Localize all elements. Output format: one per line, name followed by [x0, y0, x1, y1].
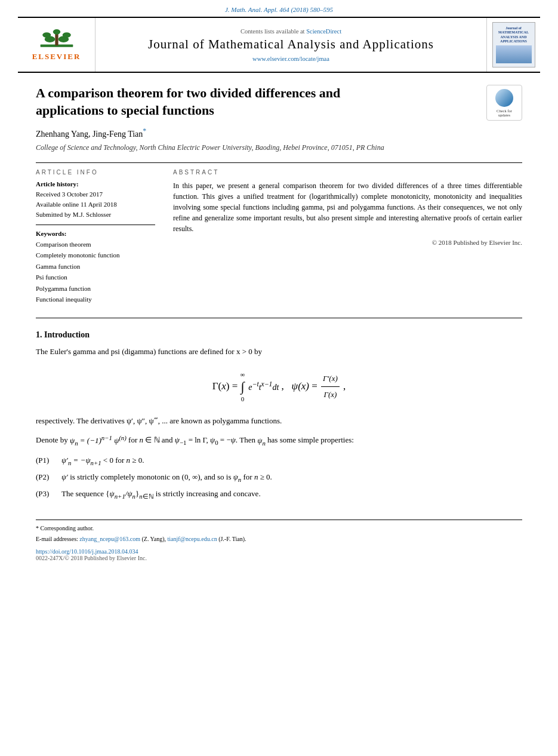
- elsevier-logo: ELSEVIER: [30, 29, 84, 62]
- article-title: A comparison theorem for two divided dif…: [36, 85, 340, 119]
- property-p3: (P3) The sequence {ψn+1/ψn}n∈ℕ is strict…: [36, 487, 522, 502]
- email-label: E-mail addresses:: [36, 536, 78, 542]
- integrand: e−ttx−1dt: [248, 377, 279, 396]
- cover-title-text: Journal ofMATHEMATICALANALYSIS ANDAPPLIC…: [498, 26, 529, 44]
- intro-para1: The Euler's gamma and psi (digamma) func…: [36, 346, 522, 358]
- p3-text: The sequence {ψn+1/ψn}n∈ℕ is strictly in…: [61, 487, 261, 502]
- title-row: A comparison theorem for two divided dif…: [36, 85, 522, 127]
- email2-link[interactable]: tianjf@ncepu.edu.cn: [168, 536, 217, 542]
- psi-fraction: Γ′(x) Γ(x): [321, 371, 340, 402]
- main-content: A comparison theorem for two divided dif…: [0, 73, 558, 573]
- gamma-psi-equation: Γ(x) = ∞ ∫ 0 e−ttx−1dt , ψ(x) = Γ′(x) Γ(…: [36, 368, 522, 406]
- keyword-3: Psi function: [36, 272, 155, 282]
- journal-cover-section: Journal ofMATHEMATICALANALYSIS ANDAPPLIC…: [486, 18, 540, 72]
- abstract-copyright: © 2018 Published by Elsevier Inc.: [173, 239, 522, 246]
- svg-point-6: [53, 29, 60, 34]
- doi-line: https://doi.org/10.1016/j.jmaa.2018.04.0…: [36, 548, 522, 555]
- keyword-0: Comparison theorem: [36, 239, 155, 250]
- psi-numerator: Γ′(x): [321, 371, 340, 387]
- section-number: 1.: [36, 330, 42, 339]
- elsevier-tree-icon: [38, 29, 75, 51]
- intro-para3: Denote by ψn = (−1)n−1 ψ(n) for n ∈ ℕ an…: [36, 432, 522, 448]
- intro-section-title: 1. Introduction: [36, 330, 522, 340]
- article-info-abstract: ARTICLE INFO Article history: Received 3…: [36, 169, 522, 306]
- property-p1: (P1) ψ′n = −ψn+1 < 0 for n ≥ 0.: [36, 454, 522, 468]
- section-divider: [36, 318, 522, 318]
- property-p2: (P2) ψ′ is strictly completely monotonic…: [36, 471, 522, 485]
- email1-link[interactable]: zhyang_ncepu@163.com: [79, 536, 140, 542]
- properties-list: (P1) ψ′n = −ψn+1 < 0 for n ≥ 0. (P2) ψ′ …: [36, 454, 522, 502]
- main-divider: [36, 162, 522, 163]
- journal-url-text: www.elsevier.com/locate/jmaa: [252, 56, 329, 62]
- check-for-updates-badge[interactable]: Check forupdates: [486, 85, 522, 121]
- contents-line: Contents lists available at ScienceDirec…: [241, 28, 341, 35]
- doi-link[interactable]: https://doi.org/10.1016/j.jmaa.2018.04.0…: [36, 548, 138, 555]
- history-item-2: Submitted by M.J. Schlosser: [36, 210, 155, 219]
- keyword-5: Functional inequality: [36, 294, 155, 305]
- journal-ref-text: J. Math. Anal. Appl. 464 (2018) 580–595: [225, 6, 333, 13]
- psi-def: ψ(x): [292, 380, 309, 391]
- svg-rect-1: [55, 33, 58, 45]
- issn-line: 0022-247X/© 2018 Published by Elsevier I…: [36, 555, 522, 561]
- authors-line: Zhenhang Yang, Jing-Feng Tian*: [36, 127, 522, 139]
- check-updates-icon: [495, 89, 513, 107]
- footnote-email: E-mail addresses: zhyang_ncepu@163.com (…: [36, 534, 522, 543]
- psi-denominator: Γ(x): [322, 387, 339, 402]
- corresponding-author-marker: *: [143, 127, 146, 135]
- p2-text: ψ′ is strictly completely monotonic on (…: [61, 471, 272, 485]
- article-info-header: ARTICLE INFO: [36, 169, 155, 176]
- history-item-0: Received 3 October 2017: [36, 190, 155, 199]
- header-banner: ELSEVIER Contents lists available at Sci…: [18, 17, 540, 73]
- abstract-text: In this paper, we present a general comp…: [173, 180, 522, 234]
- affiliation-text: College of Science and Technology, North…: [36, 143, 522, 153]
- email2-name: (J.-F. Tian).: [218, 536, 246, 542]
- journal-header-center: Contents lists available at ScienceDirec…: [95, 18, 486, 72]
- authors-text: Zhenhang Yang, Jing-Feng Tian: [36, 130, 143, 139]
- p1-text: ψ′n = −ψn+1 < 0 for n ≥ 0.: [61, 454, 144, 468]
- integral-expression: ∞ ∫ 0 e−ttx−1dt: [241, 368, 279, 406]
- history-item-1: Available online 11 April 2018: [36, 200, 155, 209]
- article-info-column: ARTICLE INFO Article history: Received 3…: [36, 169, 155, 306]
- keyword-4: Polygamma function: [36, 284, 155, 294]
- contents-label: Contents lists available at: [241, 28, 305, 35]
- footnote-area: * Corresponding author. E-mail addresses…: [36, 520, 522, 561]
- gamma-symbol: Γ(x) =: [212, 380, 241, 391]
- p3-label: (P3): [36, 487, 57, 502]
- keyword-2: Gamma function: [36, 262, 155, 272]
- journal-url: www.elsevier.com/locate/jmaa: [252, 56, 329, 62]
- journal-cover: Journal ofMATHEMATICALANALYSIS ANDAPPLIC…: [492, 22, 535, 67]
- page: J. Math. Anal. Appl. 464 (2018) 580–595: [0, 0, 558, 756]
- p1-label: (P1): [36, 454, 57, 468]
- keyword-1: Completely monotonic function: [36, 250, 155, 260]
- elsevier-wordmark: ELSEVIER: [32, 52, 81, 62]
- intro-para2: respectively. The derivatives ψ′, ψ″, ψ‴…: [36, 415, 522, 428]
- abstract-column: ABSTRACT In this paper, we present a gen…: [173, 169, 522, 306]
- elsevier-logo-section: ELSEVIER: [18, 18, 95, 72]
- keywords-label: Keywords:: [36, 230, 155, 237]
- article-title-line2: applications to special functions: [36, 103, 214, 118]
- article-info-divider: [36, 225, 155, 225]
- journal-reference: J. Math. Anal. Appl. 464 (2018) 580–595: [0, 0, 558, 17]
- equals-psi: =: [312, 380, 320, 391]
- svg-point-3: [42, 32, 51, 38]
- abstract-header: ABSTRACT: [173, 169, 522, 176]
- svg-point-5: [62, 32, 70, 38]
- article-title-line1: A comparison theorem for two divided dif…: [36, 85, 340, 100]
- article-history-label: Article history:: [36, 180, 155, 188]
- trailing-comma: ,: [343, 380, 346, 391]
- check-updates-label: Check forupdates: [497, 109, 512, 117]
- footnote-star: * Corresponding author.: [36, 524, 522, 533]
- section-name: Introduction: [44, 330, 90, 339]
- psi-n-def: ψn = (−1)n−1 ψ(n): [70, 436, 127, 445]
- journal-title: Journal of Mathematical Analysis and App…: [148, 37, 434, 52]
- sciencedirect-link[interactable]: ScienceDirect: [306, 28, 341, 35]
- comma-sep: ,: [282, 380, 289, 391]
- p2-label: (P2): [36, 471, 57, 485]
- email1-name: (Z. Yang),: [142, 536, 167, 542]
